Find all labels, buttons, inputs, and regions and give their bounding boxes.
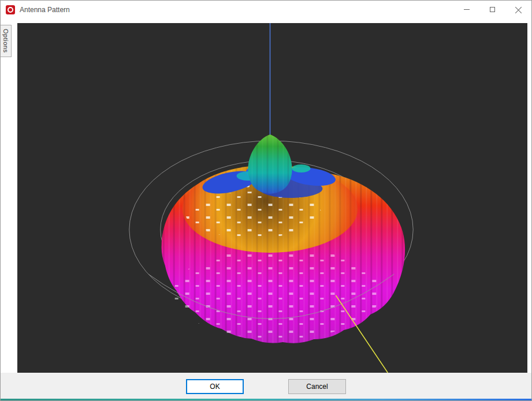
close-icon xyxy=(515,6,522,13)
maximize-icon xyxy=(490,7,495,12)
window-controls xyxy=(453,1,531,18)
antenna-pattern-window: Antenna Pattern Options xyxy=(0,0,532,401)
dialog-footer: OK Cancel xyxy=(1,373,531,400)
titlebar[interactable]: Antenna Pattern xyxy=(1,1,531,18)
ring-speckles xyxy=(186,192,322,238)
options-tab-label: Options xyxy=(2,29,9,53)
options-tab[interactable]: Options xyxy=(1,25,12,57)
minimize-icon xyxy=(464,9,470,10)
main-top-lobe xyxy=(248,134,292,194)
viewport-3d[interactable] xyxy=(17,23,527,373)
window-title: Antenna Pattern xyxy=(20,6,70,14)
maximize-button[interactable] xyxy=(479,1,505,18)
ok-button[interactable]: OK xyxy=(186,379,244,394)
bottom-edge-strip xyxy=(1,399,531,400)
torus-speckles xyxy=(173,247,381,339)
minimize-button[interactable] xyxy=(453,1,479,18)
close-button[interactable] xyxy=(505,1,531,18)
app-icon xyxy=(6,5,15,14)
cancel-button[interactable]: Cancel xyxy=(288,379,346,394)
antenna-3d-plot[interactable] xyxy=(17,23,527,373)
